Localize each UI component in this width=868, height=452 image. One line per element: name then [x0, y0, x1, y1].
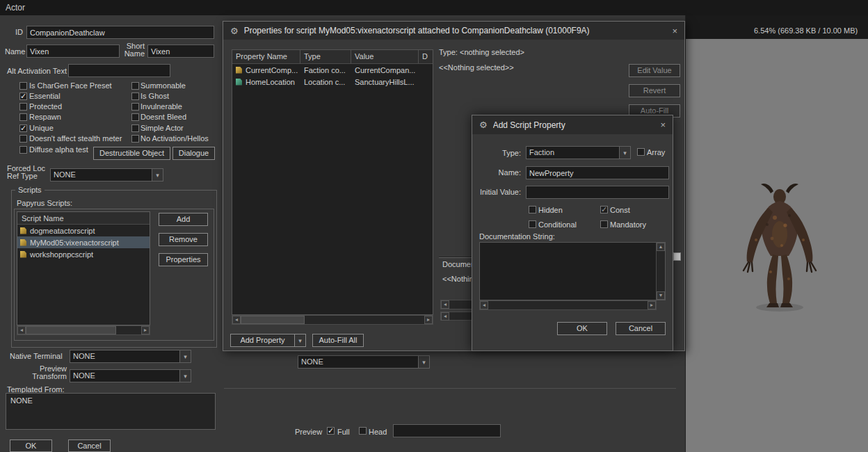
edit-value-button[interactable]: Edit Value	[629, 64, 680, 77]
gear-icon: ⚙	[479, 120, 488, 129]
gear-icon: ⚙	[230, 26, 239, 35]
column-property-name[interactable]: Property Name	[232, 50, 300, 63]
property-table[interactable]: Property Name Type Value D CurrentComp..…	[232, 49, 433, 315]
scrollbar-thumb[interactable]	[241, 316, 305, 324]
scroll-right-icon[interactable]: ▸	[424, 316, 433, 324]
checkbox-is-ghost[interactable]	[131, 92, 139, 100]
mandatory-checkbox[interactable]	[600, 220, 608, 228]
scroll-left-icon[interactable]: ◂	[441, 312, 449, 321]
add-script-button[interactable]: Add	[159, 213, 208, 226]
checkbox-chargen-face-preset[interactable]	[19, 82, 27, 90]
table-row[interactable]: CurrentComp... Faction co... CurrentComp…	[232, 64, 433, 76]
short-name-input[interactable]	[147, 45, 214, 58]
checkbox-respawn-label: Respawn	[29, 113, 61, 121]
script-list-hscrollbar[interactable]: ◂ ▸	[17, 325, 150, 335]
initial-value-input[interactable]	[526, 186, 669, 199]
list-item[interactable]: MyMod05:vixenactorscript	[17, 236, 150, 248]
revert-button[interactable]: Revert	[629, 84, 680, 97]
cancel-button[interactable]: Cancel	[616, 322, 666, 335]
name-input[interactable]	[26, 45, 120, 58]
remove-script-button[interactable]: Remove	[159, 233, 208, 246]
checkbox-invulnerable[interactable]	[131, 103, 139, 111]
templated-from-box: NONE	[6, 393, 216, 430]
array-checkbox[interactable]	[637, 148, 645, 156]
script-name: dogmeatactorscript	[30, 227, 95, 235]
ok-button[interactable]: OK	[557, 322, 607, 335]
scroll-right-icon[interactable]: ▸	[141, 326, 150, 334]
close-icon[interactable]: ×	[672, 26, 677, 36]
chevron-down-icon[interactable]: ▾	[179, 350, 191, 362]
scroll-left-icon[interactable]: ◂	[441, 300, 449, 309]
documentation-hscrollbar[interactable]: ◂ ▸	[479, 300, 657, 310]
conditional-checkbox[interactable]	[529, 220, 536, 228]
close-icon[interactable]: ×	[660, 120, 666, 130]
render-status-bar: 6.54% (669.38 KB / 10.00 MB)	[686, 15, 868, 39]
property-table-hscrollbar[interactable]: ◂ ▸	[232, 315, 433, 325]
clipped-hscrollbar[interactable]: ◂	[440, 312, 472, 321]
script-icon	[20, 251, 26, 258]
scrollbar-thumb[interactable]	[26, 326, 116, 334]
scroll-right-icon[interactable]: ▸	[648, 301, 656, 309]
add-property-split-button[interactable]: Add Property ▾	[230, 334, 306, 347]
type-dropdown[interactable]: Faction ▾	[526, 146, 631, 159]
destructible-object-button[interactable]: Destructible Object	[93, 147, 170, 160]
ok-button[interactable]: OK	[10, 439, 52, 452]
preview-transform-dropdown[interactable]: NONE ▾	[70, 369, 191, 382]
column-value[interactable]: Value	[351, 50, 419, 63]
checkbox-unique[interactable]	[19, 124, 27, 132]
preview-full-checkbox[interactable]	[327, 427, 335, 435]
chevron-down-icon[interactable]: ▾	[179, 370, 191, 382]
groupbox-edge	[224, 388, 676, 389]
preview-head-checkbox[interactable]	[359, 427, 367, 435]
chevron-down-icon[interactable]: ▾	[152, 169, 163, 181]
column-type[interactable]: Type	[300, 50, 351, 63]
scroll-left-icon[interactable]: ◂	[232, 316, 241, 324]
auto-fill-all-button[interactable]: Auto-Fill All	[312, 334, 364, 347]
clipped-nothing-selected-text: <<Nothin	[442, 275, 474, 283]
scroll-left-icon[interactable]: ◂	[17, 326, 26, 334]
cancel-button[interactable]: Cancel	[68, 439, 111, 452]
native-terminal-dropdown[interactable]: NONE ▾	[70, 350, 191, 363]
checkbox-summonable[interactable]	[131, 82, 139, 90]
clipped-hscrollbar[interactable]: ◂	[440, 300, 472, 309]
alt-activation-input[interactable]	[68, 64, 170, 77]
checkbox-protected[interactable]	[19, 103, 27, 111]
name-label: Name:	[485, 168, 521, 177]
script-list[interactable]: Script Name dogmeatactorscript MyMod05:v…	[17, 211, 150, 325]
preview-full-label: Full	[337, 428, 350, 436]
checkbox-respawn[interactable]	[19, 113, 27, 121]
property-name-input[interactable]	[526, 166, 669, 179]
chevron-down-icon[interactable]: ▾	[619, 147, 630, 159]
dialogue-button[interactable]: Dialogue	[172, 147, 215, 160]
scroll-up-icon[interactable]: ▴	[657, 243, 665, 251]
checkbox-diffuse-alpha-test-label: Diffuse alpha test	[29, 145, 88, 154]
bottom-none-dropdown[interactable]: NONE ▾	[298, 355, 430, 369]
property-type: Faction co...	[300, 66, 351, 74]
list-item[interactable]: workshopnpcscript	[17, 248, 150, 260]
forced-loc-ref-type-dropdown[interactable]: NONE ▾	[50, 168, 163, 181]
script-properties-button[interactable]: Properties	[159, 253, 208, 266]
scroll-down-icon[interactable]: ▾	[657, 291, 665, 300]
checkbox-no-activation-hellos[interactable]	[131, 135, 139, 143]
documentation-string-input[interactable]: ▴ ▾	[479, 242, 666, 300]
const-checkbox[interactable]	[600, 206, 608, 213]
documentation-vscrollbar[interactable]: ▴ ▾	[656, 243, 665, 300]
chevron-down-icon[interactable]: ▾	[418, 356, 429, 368]
checkbox-diffuse-alpha-test[interactable]	[19, 146, 27, 154]
scroll-left-icon[interactable]: ◂	[480, 301, 488, 309]
checkbox-essential[interactable]	[19, 92, 27, 100]
property-value: CurrentCompan...	[351, 66, 419, 74]
checkbox-doesnt-bleed[interactable]	[131, 113, 139, 121]
column-documentation[interactable]: D	[419, 50, 433, 63]
table-row[interactable]: HomeLocation Location c... SanctuaryHill…	[232, 76, 433, 88]
id-input[interactable]	[26, 26, 214, 39]
checkbox-simple-actor[interactable]	[131, 124, 139, 132]
render-viewport[interactable]	[686, 39, 868, 452]
checkbox-stealth-meter[interactable]	[19, 135, 27, 143]
list-item[interactable]: dogmeatactorscript	[17, 225, 150, 236]
chevron-down-icon[interactable]: ▾	[295, 334, 306, 347]
add-property-button[interactable]: Add Property	[230, 334, 295, 347]
preview-label: Preview	[295, 428, 322, 436]
hidden-checkbox[interactable]	[529, 206, 536, 213]
preview-text-input[interactable]	[393, 424, 501, 437]
